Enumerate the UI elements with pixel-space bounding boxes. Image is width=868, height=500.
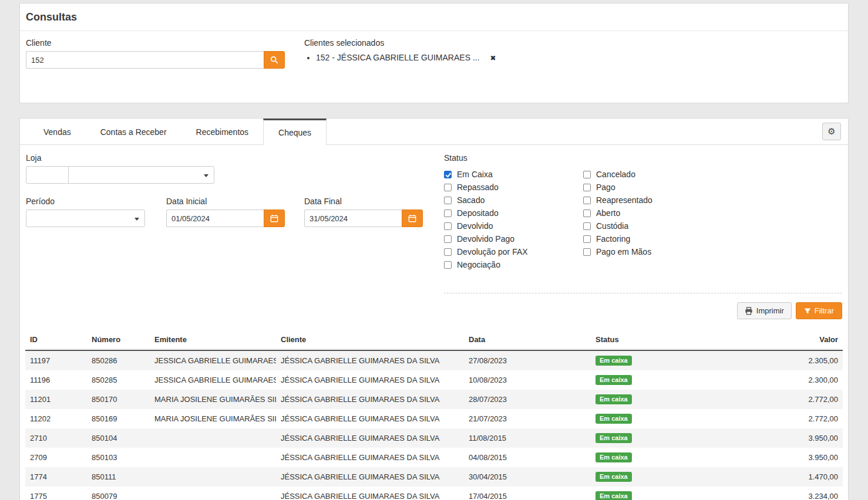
status-badge: Em caixa <box>596 433 632 443</box>
cheques-table: ID Número Emitente Cliente Data Status V… <box>25 330 843 500</box>
table-header: ID Número Emitente Cliente Data Status V… <box>25 330 843 350</box>
gear-icon: ⚙ <box>827 126 835 137</box>
cell-numero: 850169 <box>87 409 150 428</box>
cell-emitente: MARIA JOSILENE GUIMARÃES SILVA <box>150 390 276 409</box>
cell-data: 27/08/2023 <box>464 350 591 370</box>
status-option-devolvido-pago[interactable]: Devolvido Pago <box>444 232 583 245</box>
cell-numero: 850286 <box>87 350 150 370</box>
cell-valor: 2.772,00 <box>714 390 843 409</box>
checkbox-aberto[interactable] <box>583 210 591 217</box>
loja-code-input[interactable] <box>26 166 69 184</box>
checkbox-label: Pago <box>596 183 615 192</box>
cell-id: 2709 <box>25 448 87 467</box>
checkbox-label: Devolução por FAX <box>457 247 528 256</box>
data-final-label: Data Final <box>304 197 423 206</box>
cliente-input[interactable] <box>26 51 264 69</box>
status-badge: Em caixa <box>596 356 632 366</box>
data-inicial-field: Data Inicial <box>166 197 285 227</box>
status-badge: Em caixa <box>596 375 632 385</box>
status-option-reapresentado[interactable]: Reapresentado <box>583 194 722 207</box>
checkbox-cancelado[interactable] <box>583 171 591 178</box>
cell-status: Em caixa <box>591 370 714 390</box>
checkbox-sacado[interactable] <box>444 197 452 204</box>
filtrar-button[interactable]: Filtrar <box>796 302 842 319</box>
table-row[interactable]: 1775850079JÉSSICA GABRIELLE GUIMARAES DA… <box>25 487 843 500</box>
results-panel: Vendas Contas a Receber Recebimentos Che… <box>19 118 849 500</box>
checkbox-pago-em-maos[interactable] <box>583 248 591 256</box>
checkbox-repassado[interactable] <box>444 184 452 191</box>
checkbox-devolvido-pago[interactable] <box>444 235 452 243</box>
status-badge: Em caixa <box>596 452 632 462</box>
table-row[interactable]: 11197850286JESSICA GABRIELLE GUIMARAES D… <box>25 350 843 370</box>
checkbox-devolucao-por-fax[interactable] <box>444 248 452 256</box>
table-row[interactable]: 2709850103JÉSSICA GABRIELLE GUIMARAES DA… <box>25 448 843 467</box>
actions-row: Imprimir Filtrar <box>20 293 848 325</box>
checkbox-custodia[interactable] <box>583 222 591 230</box>
status-option-cancelado[interactable]: Cancelado <box>583 168 722 181</box>
cell-valor: 2.300,00 <box>714 370 843 390</box>
status-option-factoring[interactable]: Factoring <box>583 232 722 245</box>
data-final-calendar-button[interactable] <box>402 210 423 227</box>
cell-status: Em caixa <box>591 487 714 500</box>
status-option-repassado[interactable]: Repassado <box>444 181 583 194</box>
tab-vendas[interactable]: Vendas <box>29 119 86 145</box>
cell-status: Em caixa <box>591 350 714 370</box>
checkbox-label: Custódia <box>596 221 628 231</box>
status-option-custodia[interactable]: Custódia <box>583 219 722 232</box>
status-option-devolucao-por-fax[interactable]: Devolução por FAX <box>444 245 583 258</box>
calendar-icon <box>270 214 278 222</box>
cliente-input-group <box>26 51 285 69</box>
checkbox-factoring[interactable] <box>583 235 591 243</box>
checkbox-label: Aberto <box>596 208 620 218</box>
cell-valor: 2.772,00 <box>714 409 843 428</box>
status-option-aberto[interactable]: Aberto <box>583 207 722 219</box>
checkbox-em-caixa[interactable] <box>444 171 452 178</box>
checkbox-label: Negociação <box>457 260 500 269</box>
checkbox-depositado[interactable] <box>444 210 452 217</box>
status-column-2: CanceladoPagoReapresentadoAbertoCustódia… <box>583 168 722 271</box>
filter-icon <box>804 308 811 315</box>
checkbox-negociacao[interactable] <box>444 261 452 269</box>
status-option-depositado[interactable]: Depositado <box>444 207 583 219</box>
cell-cliente: JÉSSICA GABRIELLE GUIMARAES DA SILVA <box>276 350 464 370</box>
cell-cliente: JÉSSICA GABRIELLE GUIMARAES DA SILVA <box>276 487 464 500</box>
data-final-input[interactable] <box>304 210 402 227</box>
filter-area: Loja Período Data Inicial <box>20 145 848 293</box>
data-inicial-label: Data Inicial <box>166 197 285 206</box>
selected-clients-list: 152 - JÉSSICA GABRIELLE GUIMARAES ... ✖ <box>304 53 496 62</box>
loja-select[interactable] <box>68 166 214 184</box>
selected-client-text: 152 - JÉSSICA GABRIELLE GUIMARAES ... <box>316 53 480 62</box>
status-option-em-caixa[interactable]: Em Caixa <box>444 168 583 181</box>
status-option-pago-em-maos[interactable]: Pago em Mãos <box>583 245 722 258</box>
tab-cheques[interactable]: Cheques <box>263 119 327 145</box>
checkbox-label: Cancelado <box>596 170 635 179</box>
checkbox-label: Repassado <box>457 183 499 192</box>
imprimir-button[interactable]: Imprimir <box>737 302 792 319</box>
data-inicial-input[interactable] <box>166 210 264 227</box>
checkbox-pago[interactable] <box>583 184 591 191</box>
table-row[interactable]: 11201850170MARIA JOSILENE GUIMARÃES SILV… <box>25 390 843 409</box>
status-option-negociacao[interactable]: Negociação <box>444 258 583 271</box>
table-row[interactable]: 11202850169MARIA JOSILENE GUIMARÃES SILV… <box>25 409 843 428</box>
cell-numero: 850104 <box>87 428 150 448</box>
cell-valor: 3.950,00 <box>714 428 843 448</box>
status-option-devolvido[interactable]: Devolvido <box>444 219 583 232</box>
remove-client-icon[interactable]: ✖ <box>490 54 496 62</box>
status-badge: Em caixa <box>596 491 632 500</box>
tab-recebimentos[interactable]: Recebimentos <box>181 119 264 145</box>
table-row[interactable]: 2710850104JÉSSICA GABRIELLE GUIMARAES DA… <box>25 428 843 448</box>
settings-button[interactable]: ⚙ <box>822 123 841 140</box>
status-option-pago[interactable]: Pago <box>583 181 722 194</box>
table-row[interactable]: 11196850285JESSICA GABRIELLE GUIMARAES D… <box>25 370 843 390</box>
checkbox-devolvido[interactable] <box>444 222 452 230</box>
tab-contas-a-receber[interactable]: Contas a Receber <box>86 119 181 145</box>
data-inicial-calendar-button[interactable] <box>264 210 285 227</box>
checkbox-reapresentado[interactable] <box>583 197 591 204</box>
table-row[interactable]: 1774850111JÉSSICA GABRIELLE GUIMARAES DA… <box>25 467 843 487</box>
col-header-data: Data <box>464 330 591 350</box>
cell-data: 28/07/2023 <box>464 390 591 409</box>
cliente-search-button[interactable] <box>264 51 285 69</box>
periodo-select[interactable] <box>26 210 145 227</box>
checkbox-label: Depositado <box>457 208 499 218</box>
status-option-sacado[interactable]: Sacado <box>444 194 583 207</box>
